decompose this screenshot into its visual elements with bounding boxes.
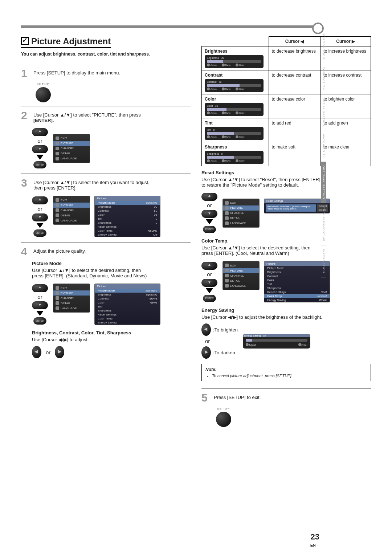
color-temp-panel: PicturePicture ModeBrightnessContrastCol… <box>264 261 330 302</box>
step-1-number: 1 <box>21 68 30 79</box>
reset-message: This function resets the "Dynamic" setti… <box>266 204 316 212</box>
arrow-down-icon <box>206 219 213 224</box>
side-tab-connection: CONNECTION <box>321 63 326 94</box>
enter-button-icon: ENTER <box>33 161 46 168</box>
side-tabs: INTRODUCTION CONNECTION INITIAL SETTING … <box>321 29 326 277</box>
or-label: or <box>36 294 44 300</box>
color-temp-text-b: press [ENTER]. (Cool, Neutral and Warm) <box>201 250 289 256</box>
step-3-text-a: Use [Cursor ▲/▼] to select the item you … <box>33 180 150 185</box>
reset-text-b: to restore the "Picture Mode" setting to… <box>201 182 299 188</box>
cursor-right-icon <box>201 346 211 359</box>
page-number: 23 <box>311 532 319 542</box>
arrow-down-icon <box>36 223 44 228</box>
menu-item-detail: DETAIL <box>53 213 90 218</box>
separator <box>21 64 191 64</box>
side-tab-optional-setting: OPTIONAL SETTING <box>321 162 326 203</box>
cursor-down-icon <box>32 145 48 153</box>
step-5-text: Press [SETUP] to exit. <box>214 392 371 403</box>
reset-confirmation-panel: Reset Settings This function resets the … <box>264 199 330 213</box>
step-4-number: 4 <box>21 246 30 257</box>
picture-mode-text-a: Use [Cursor ▲/▼] to select the desired s… <box>32 268 141 273</box>
step-4-text: Adjust the picture quality. <box>33 246 191 257</box>
main-menu-panel: EXIT PICTURE CHANNEL DETAIL LANGUAGE <box>53 284 90 313</box>
or-label: or <box>205 202 213 208</box>
or-label: or <box>44 349 52 355</box>
menu-item-language: LANGUAGE <box>53 306 90 311</box>
menu-item-detail: DETAIL <box>223 216 259 221</box>
table-row: TintTint0AdjustMoveEnterto add redto add… <box>202 118 371 142</box>
cursor-left-icon <box>32 346 41 358</box>
menu-item-picture: PICTURE <box>53 203 90 208</box>
or-label: or <box>205 271 213 277</box>
side-tab-initial-setting: INITIAL SETTING <box>321 94 326 130</box>
picture-mode-options-panel: PicturePicture ModeStandardBrightnessDyn… <box>94 284 160 325</box>
setup-label: SETUP <box>36 82 51 86</box>
cursor-left-icon <box>201 323 211 336</box>
menu-item-picture: PICTURE <box>223 268 259 273</box>
cursor-down-icon <box>201 210 217 218</box>
enter-button-icon: ENTER <box>33 317 46 325</box>
menu-item-channel: CHANNEL <box>53 146 90 151</box>
menu-item-channel: CHANNEL <box>53 296 90 301</box>
picture-mode-text-b: press [ENTER]. (Standard, Dynamic, Movie… <box>32 273 147 278</box>
header-rule <box>21 25 319 28</box>
note-heading: Note: <box>205 367 367 372</box>
step-3-number: 3 <box>21 178 30 191</box>
arrow-down-icon <box>36 311 44 316</box>
table-head-cursor-right: Cursor ▶ <box>320 37 371 46</box>
cursor-up-icon <box>201 193 217 201</box>
menu-item-picture: PICTURE <box>53 141 90 146</box>
table-row: ContrastContrast60AdjustMoveEnterto decr… <box>202 70 371 94</box>
picture-settings-panel: PicturePicture ModeDynamicBrightness30Co… <box>94 196 160 237</box>
side-tab-introduction: INTRODUCTION <box>321 29 326 63</box>
or-label: or <box>204 338 211 344</box>
adjustment-table: Cursor ◀ Cursor ▶ BrightnessBrightness30… <box>201 36 371 166</box>
main-menu-panel: EXIT PICTURE CHANNEL DETAIL LANGUAGE <box>222 199 260 228</box>
menu-item-exit: EXIT <box>223 200 259 205</box>
cursor-up-icon <box>201 262 217 270</box>
menu-item-detail: DETAIL <box>223 278 259 283</box>
setup-label: SETUP <box>216 407 231 410</box>
table-head-cursor-left: Cursor ◀ <box>269 37 320 46</box>
menu-item-exit: EXIT <box>53 136 90 141</box>
enter-button-icon: ENTER <box>203 226 216 233</box>
bcct-text: Use [Cursor ◀/▶] to adjust. <box>32 337 191 342</box>
menu-item-picture: PICTURE <box>53 290 90 296</box>
note-item: To cancel picture adjustment, press [SET… <box>212 374 367 378</box>
arrow-down-icon <box>36 155 44 160</box>
separator <box>21 174 191 174</box>
to-darken-label: :To darken <box>213 350 235 355</box>
enter-button-icon: ENTER <box>203 295 216 302</box>
arrow-down-icon <box>206 288 213 293</box>
setup-button-icon <box>36 87 51 102</box>
reset-heading: Reset Settings <box>201 170 371 175</box>
table-row: BrightnessBrightness30AdjustMoveEnterto … <box>202 46 371 70</box>
check-icon <box>21 37 29 45</box>
energy-heading: Energy Saving <box>201 307 371 313</box>
energy-slider-label: Energy Saving <box>244 334 261 337</box>
menu-item-detail: DETAIL <box>53 151 90 156</box>
cursor-up-icon <box>32 196 48 204</box>
energy-slider-value: Off <box>263 334 266 337</box>
page-language: EN <box>310 543 316 547</box>
color-temp-heading: Color Temp. <box>201 238 371 244</box>
menu-item-language: LANGUAGE <box>53 156 90 161</box>
menu-item-exit: EXIT <box>223 263 259 268</box>
table-row: SharpnessSharpness0AdjustMoveEnterto mak… <box>202 142 371 166</box>
side-tab-information: INFORMATION <box>321 245 326 277</box>
step-2-text-a: Use [Cursor ▲/▼] to select "PICTURE", th… <box>33 112 141 118</box>
step-5-number: 5 <box>201 392 211 403</box>
picture-mode-heading: Picture Mode <box>32 261 191 266</box>
main-menu-panel: EXIT PICTURE CHANNEL DETAIL LANGUAGE <box>53 196 90 225</box>
cursor-right-icon <box>55 346 64 358</box>
enter-button-icon: ENTER <box>33 229 46 237</box>
menu-item-detail: DETAIL <box>53 301 90 306</box>
page-title: Picture Adjustment <box>21 36 111 48</box>
intro-text: You can adjust brightness, contrast, col… <box>21 52 191 57</box>
note-box: Note: To cancel picture adjustment, pres… <box>201 364 371 381</box>
step-2-text-b: [ENTER]. <box>33 118 54 123</box>
cursor-down-icon <box>32 213 48 221</box>
menu-item-channel: CHANNEL <box>223 211 259 216</box>
step-3-text-b: then press [ENTER]. <box>33 185 77 191</box>
setup-button-icon <box>216 412 231 427</box>
